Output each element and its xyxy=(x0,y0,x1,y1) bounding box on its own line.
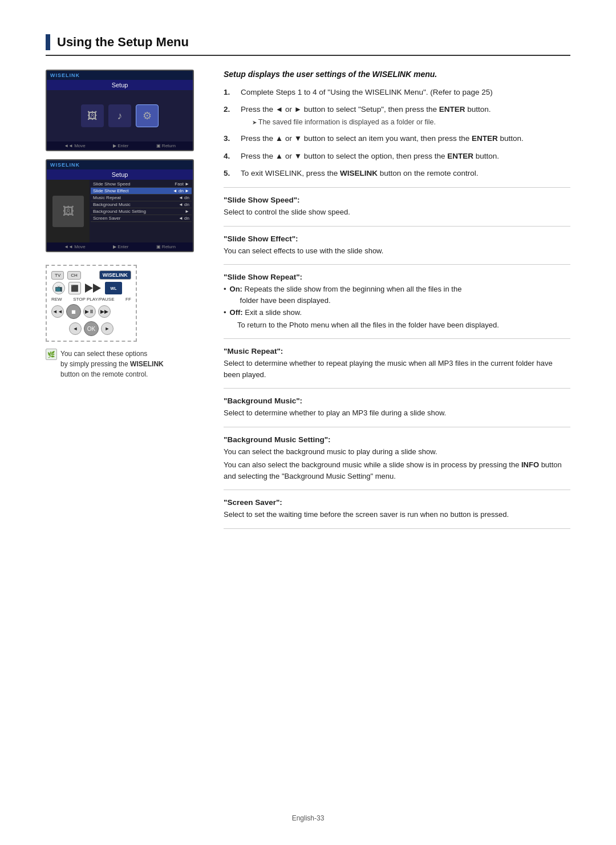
step-4-num: 4. xyxy=(224,151,235,162)
divider-1 xyxy=(224,187,570,188)
step-5: 5. To exit WISELINK, press the WISELINK … xyxy=(224,168,570,179)
divider-7 xyxy=(224,490,570,490)
accent-bar xyxy=(46,34,50,50)
screen2-footer-return: ▣ Return xyxy=(156,244,176,249)
svg-marker-1 xyxy=(93,284,101,293)
divider-2 xyxy=(224,226,570,227)
divider-6 xyxy=(224,427,570,427)
screen-mockup-2: WISELINK Setup 🖼 Slide Show SpeedFast ► … xyxy=(46,159,194,252)
remote-tv-label: TV xyxy=(51,271,64,280)
remote-right-btn: ► xyxy=(101,322,114,335)
screen2-menu: Slide Show SpeedFast ► Slide Show Effect… xyxy=(90,180,193,242)
remote-rew-label: REW xyxy=(51,297,62,302)
remote-wiselink-label: WISELINK xyxy=(99,270,131,280)
screen1-footer-enter: ▶ Enter xyxy=(113,143,128,148)
content-area: WISELINK Setup 🖼 ♪ ⚙ ◄◄ Move ▶ Enter ▣ R… xyxy=(46,70,570,537)
note-box: 🌿 You can select these optionsby simply … xyxy=(46,349,205,379)
note-line1: You can select these optionsby simply pr… xyxy=(60,350,164,378)
remote-play-icon xyxy=(84,282,102,294)
feature-slide-effect-desc: You can select effects to use with the s… xyxy=(224,245,570,257)
svg-marker-0 xyxy=(85,284,93,293)
feature-slide-repeat-bullet-off: Off: Exit a slide show. xyxy=(224,307,570,318)
screen2-thumbnail: 🖼 xyxy=(47,180,90,242)
feature-slide-repeat-extra: To return to the Photo menu when all the… xyxy=(224,320,570,331)
remote-ok-btn: OK xyxy=(84,321,99,336)
feature-slide-repeat-bullet-on: On: Repeats the slide show from the begi… xyxy=(224,284,570,306)
divider-3 xyxy=(224,264,570,265)
feature-bg-music-setting-title: "Background Music Setting": xyxy=(224,435,570,444)
page-footer: English-33 xyxy=(0,814,616,822)
remote-center-btn: ⏹ xyxy=(66,304,81,319)
step-3-content: Press the ▲ or ▼ button to select an ite… xyxy=(241,133,570,144)
remote-ch-icon: ⬛ xyxy=(68,282,81,294)
screen1-title: Setup xyxy=(47,80,193,90)
feature-screen-saver-title: "Screen Saver": xyxy=(224,498,570,507)
steps-list: 1. Complete Steps 1 to 4 of "Using the W… xyxy=(224,87,570,179)
page: Using the Setup Menu WISELINK Setup 🖼 ♪ … xyxy=(0,0,616,845)
feature-slide-speed: "Slide Show Speed": Select to control th… xyxy=(224,196,570,218)
feature-slide-effect-title: "Slide Show Effect": xyxy=(224,235,570,243)
remote-control-area: TV CH WISELINK 📺 ⬛ WL xyxy=(46,265,137,342)
remote-rew-btn: ◄◄ xyxy=(51,305,64,318)
menu-item-slide-effect: Slide Show Effect◄ dn ► xyxy=(91,188,192,195)
feature-bg-music-desc: Select to determine whether to play an M… xyxy=(224,407,570,419)
remote-ch-label: CH xyxy=(67,271,81,280)
step-1-content: Complete Steps 1 to 4 of "Using the WISE… xyxy=(241,87,570,98)
remote-row-icons: 📺 ⬛ WL xyxy=(51,282,131,294)
remote-nav-row: ◄ OK ► xyxy=(51,321,131,336)
screen2-footer: ◄◄ Move ▶ Enter ▣ Return xyxy=(47,242,193,251)
screen2-image: 🖼 xyxy=(52,196,84,227)
remote-left-btn: ◄ xyxy=(69,322,82,335)
feature-slide-speed-title: "Slide Show Speed": xyxy=(224,196,570,204)
menu-item-music-repeat: Music Repeat◄ dn xyxy=(91,195,192,201)
step-1: 1. Complete Steps 1 to 4 of "Using the W… xyxy=(224,87,570,98)
feature-bg-music-setting-desc2: You can also select the background music… xyxy=(224,459,570,482)
remote-ff-btn: ▶▶ xyxy=(98,305,111,318)
screen2-footer-move: ◄◄ Move xyxy=(64,244,86,249)
step-2-note: The saved file information is displayed … xyxy=(241,117,570,128)
feature-bg-music-setting: "Background Music Setting": You can sele… xyxy=(224,435,570,482)
screen2-title: Setup xyxy=(47,169,193,180)
screen1-footer-move: ◄◄ Move xyxy=(64,143,86,148)
remote-wiselink-icon: WL xyxy=(105,282,122,294)
screen1-body: 🖼 ♪ ⚙ xyxy=(47,90,193,141)
screen2-footer-enter: ▶ Enter xyxy=(113,244,128,249)
step-3-num: 3. xyxy=(224,133,235,144)
note-text: You can select these optionsby simply pr… xyxy=(60,349,164,379)
feature-music-repeat-desc: Select to determine whether to repeat pl… xyxy=(224,358,570,380)
feature-slide-speed-desc: Select to control the slide show speed. xyxy=(224,207,570,218)
section-title: Using the Setup Menu xyxy=(57,35,189,50)
remote-circle-row: ◄◄ ⏹ ▶⏸ ▶▶ xyxy=(51,304,131,319)
divider-4 xyxy=(224,338,570,339)
screen1-logo: WISELINK xyxy=(50,72,80,78)
feature-screen-saver-desc: Select to set the waiting time before th… xyxy=(224,509,570,520)
step-1-num: 1. xyxy=(224,87,235,98)
feature-slide-repeat: "Slide Show Repeat": On: Repeats the sli… xyxy=(224,273,570,330)
feature-music-repeat-title: "Music Repeat": xyxy=(224,347,570,355)
screen-icon-music: ♪ xyxy=(108,104,131,127)
step-5-content: To exit WISELINK, press the WISELINK but… xyxy=(241,168,570,179)
step-4: 4. Press the ▲ or ▼ button to select the… xyxy=(224,151,570,162)
remote-ff-label: FF xyxy=(125,297,131,302)
menu-item-bg-music: Background Music◄ dn xyxy=(91,201,192,208)
menu-item-screen-saver: Screen Saver◄ dn xyxy=(91,215,192,222)
screen1-footer-return: ▣ Return xyxy=(156,143,176,148)
screen1-footer: ◄◄ Move ▶ Enter ▣ Return xyxy=(47,141,193,150)
feature-screen-saver: "Screen Saver": Select to set the waitin… xyxy=(224,498,570,520)
step-3: 3. Press the ▲ or ▼ button to select an … xyxy=(224,133,570,144)
menu-item-slide-speed: Slide Show SpeedFast ► xyxy=(91,181,192,188)
feature-slide-repeat-title: "Slide Show Repeat": xyxy=(224,273,570,281)
footer-text: English-33 xyxy=(292,814,325,822)
screen-mockup-1: WISELINK Setup 🖼 ♪ ⚙ ◄◄ Move ▶ Enter ▣ R… xyxy=(46,70,194,151)
section-header: Using the Setup Menu xyxy=(46,34,570,56)
step-2-num: 2. xyxy=(224,104,235,127)
note-icon: 🌿 xyxy=(46,349,57,360)
step-5-num: 5. xyxy=(224,168,235,179)
feature-bg-music: "Background Music": Select to determine … xyxy=(224,397,570,419)
screen1-icons: 🖼 ♪ ⚙ xyxy=(81,104,159,127)
remote-stop-playpause-label: STOP PLAY/PAUSE xyxy=(64,297,123,302)
feature-music-repeat: "Music Repeat": Select to determine whet… xyxy=(224,347,570,380)
menu-item-bg-music-setting: Background Music Setting► xyxy=(91,208,192,215)
screen2-header: WISELINK xyxy=(47,160,193,169)
page-subtitle: Setup displays the user settings of the … xyxy=(224,70,570,79)
